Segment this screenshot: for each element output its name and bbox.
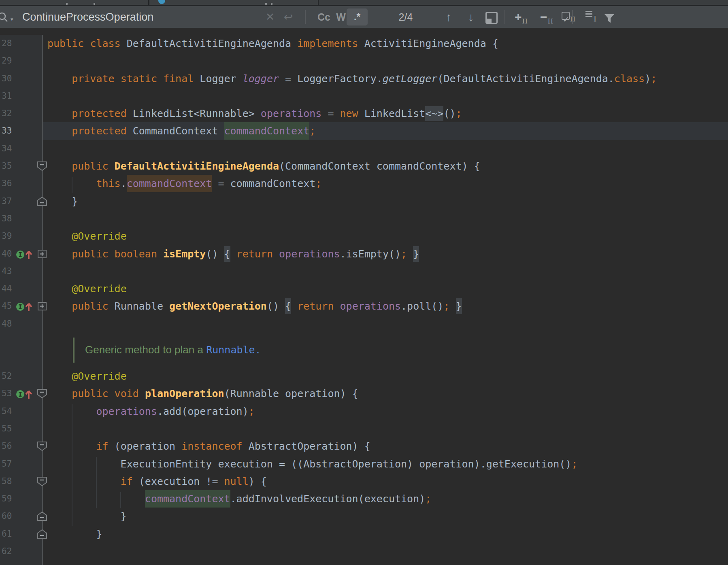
gutter: 33 <box>0 122 43 140</box>
line-number: 56 <box>2 438 12 455</box>
token: boolean <box>115 248 157 260</box>
token <box>273 248 279 260</box>
search-input[interactable]: ContinueProcessOperation <box>22 6 153 28</box>
previous-occurrence-icon[interactable]: ↑ <box>441 6 457 28</box>
line-number: 57 <box>2 455 12 473</box>
filter-icon[interactable] <box>600 6 618 28</box>
gutter: 44 <box>0 280 43 297</box>
token: null <box>224 476 249 487</box>
line-number: 62 <box>2 543 12 560</box>
token: ExecutionEntity execution = ((AbstractOp… <box>47 458 571 470</box>
tab-strip-empty-area <box>319 0 728 5</box>
fold-marker-down-icon[interactable] <box>37 389 47 400</box>
gutter: 59 <box>0 490 43 508</box>
code-text <box>43 52 728 70</box>
token: .poll() <box>401 300 443 312</box>
line-number: 54 <box>2 403 12 420</box>
line-number: 39 <box>2 227 12 245</box>
fold-marker-down-icon[interactable] <box>37 161 47 173</box>
token: Runnable <box>109 300 170 312</box>
code-text: this.commandContext = commandContext; <box>43 175 728 192</box>
token: ; <box>315 178 321 189</box>
gutter: 29 <box>0 52 43 70</box>
token: static <box>121 73 157 85</box>
code-text: protected CommandContext commandContext; <box>43 122 728 140</box>
fold-marker-plus-icon[interactable] <box>37 249 47 261</box>
token <box>47 388 72 399</box>
code-line: 48 <box>0 315 728 333</box>
overrides-method-gutter-icon[interactable] <box>15 388 36 401</box>
token: isEmpty <box>163 248 206 260</box>
gutter: 55 <box>0 420 43 438</box>
line-number: 30 <box>2 70 12 87</box>
line-number: 43 <box>2 263 12 280</box>
fold-marker-down-icon[interactable] <box>37 476 47 488</box>
editor-tab[interactable] <box>0 0 148 5</box>
token: operations <box>261 108 322 119</box>
token: (CommandContext commandContext) { <box>279 160 480 172</box>
new-line-icon[interactable]: ↩ <box>280 6 296 28</box>
token: LinkedList<Runnable> <box>127 108 261 119</box>
token: this <box>96 178 120 189</box>
line-number: 53 <box>2 385 12 402</box>
gutter <box>0 560 43 565</box>
regex-toggle[interactable]: .* <box>347 8 368 25</box>
next-occurrence-icon[interactable]: ↓ <box>463 6 479 28</box>
editor-tab[interactable] <box>149 0 318 5</box>
code-text <box>43 140 728 157</box>
code-line: 35 public DefaultActivitiEngineAgenda(Co… <box>0 157 728 175</box>
code-line: 62 <box>0 543 728 560</box>
code-text: operations.add(operation); <box>43 403 728 420</box>
code-editor[interactable]: 28public class DefaultActivitiEngineAgen… <box>0 28 728 565</box>
code-line: 29 <box>0 52 728 70</box>
token: void <box>115 388 139 399</box>
overrides-method-gutter-icon[interactable] <box>15 300 36 314</box>
clear-search-icon[interactable]: ✕ <box>262 6 278 28</box>
code-text: @Override <box>43 367 728 385</box>
code-line: 59 commandContext.addInvolvedExecution(e… <box>0 490 728 508</box>
ide-window: ▾ ContinueProcessOperation ✕ ↩ Cc W .* 2… <box>0 0 728 565</box>
match-case-toggle[interactable]: Cc <box>315 6 333 28</box>
token: getLogger <box>383 73 437 85</box>
code-text: } <box>43 193 728 210</box>
add-occurrence-icon[interactable]: +II <box>509 6 533 28</box>
token: ; <box>249 406 255 417</box>
line-number: 60 <box>2 508 12 525</box>
line-number: 33 <box>2 122 12 140</box>
selection-lines-icon[interactable]: I <box>580 6 601 28</box>
token: public <box>72 248 108 260</box>
token: instanceof <box>181 440 243 452</box>
gutter: 62 <box>0 543 43 560</box>
token <box>47 73 72 85</box>
code-line: 43 <box>0 263 728 280</box>
token <box>47 160 72 172</box>
fold-marker-down-icon[interactable] <box>37 441 47 453</box>
tab-title-fragment <box>66 3 68 5</box>
token <box>47 300 72 312</box>
token: ActivitiEngineAgenda { <box>358 38 498 49</box>
overrides-method-gutter-icon[interactable] <box>15 248 36 262</box>
line-number: 32 <box>2 105 12 122</box>
indent-guide <box>72 177 72 193</box>
search-history-caret-icon[interactable]: ▾ <box>11 8 13 30</box>
fold-marker-up-icon[interactable] <box>37 196 47 208</box>
fold-marker-plus-icon[interactable] <box>37 301 47 313</box>
line-number: 31 <box>2 87 12 105</box>
tab-title-fragment <box>265 3 267 5</box>
select-all-occurrences-icon[interactable]: ✓II <box>556 6 581 28</box>
fold-marker-up-icon[interactable] <box>37 529 47 541</box>
token: ; <box>571 458 577 470</box>
code-line: 39 @Override <box>0 227 728 245</box>
open-in-find-window-icon[interactable] <box>485 12 498 24</box>
remove-occurrence-icon[interactable]: −II <box>535 6 558 28</box>
code-line: 40 public boolean isEmpty() { return ope… <box>0 245 728 263</box>
doc-comment-link[interactable]: Runnable. <box>206 344 261 356</box>
lines-glyph <box>585 10 592 18</box>
search-icon[interactable] <box>0 11 9 25</box>
token: ) { <box>249 476 267 487</box>
token: return <box>236 248 273 260</box>
token: public <box>72 388 108 399</box>
fold-marker-up-icon[interactable] <box>37 511 47 523</box>
line-number: 44 <box>2 280 12 297</box>
line-number: 29 <box>2 52 12 70</box>
